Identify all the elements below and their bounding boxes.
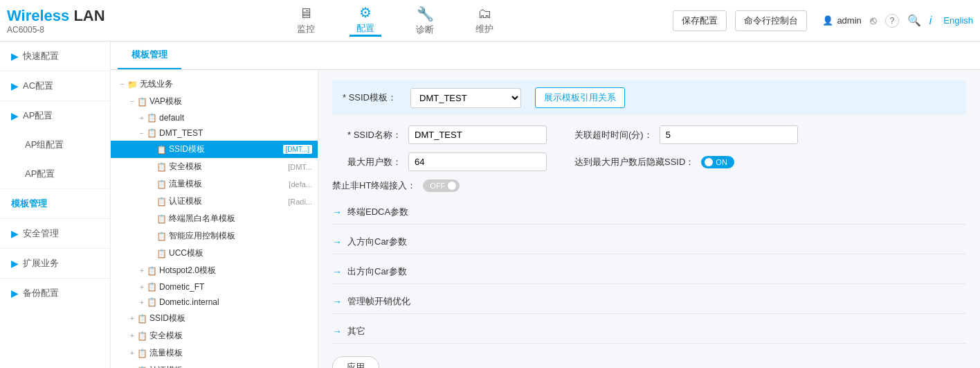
block-ht-toggle[interactable]: OFF (423, 179, 460, 192)
tree-item-auth-template[interactable]: 📋 认证模板 [Radi... (111, 193, 318, 210)
section-other[interactable]: → 其它 (332, 319, 966, 344)
ac-config-expand-icon: ▶ (11, 80, 19, 91)
tree-item-dmt-test[interactable]: − 📋 DMT_TEST (111, 125, 318, 141)
tree-item-wireless-service[interactable]: − 📁 无线业务 (111, 76, 318, 93)
nav-maintain[interactable]: 🗂 维护 (469, 6, 500, 35)
tree-item-auth-template-root[interactable]: + 📋 认证模板 (111, 362, 318, 368)
sidebar-item-ap-manage[interactable]: AP配置 (14, 159, 110, 189)
ssid-template-field-label: * SSID模板： (343, 91, 397, 104)
sidebar-extend-label: 扩展业务 (23, 257, 59, 270)
ssid-name-label: * SSID名称： (332, 129, 401, 141)
tree-item-ssid-template-root[interactable]: + 📋 SSID模板 (111, 310, 318, 327)
tree-item-smart-app[interactable]: 📋 智能应用控制模板 (111, 227, 318, 245)
vap-template-expand[interactable]: − (127, 98, 137, 105)
nav-diagnose[interactable]: 🔧 诊断 (409, 6, 441, 36)
wireless-service-expand[interactable]: − (118, 80, 127, 88)
save-config-button[interactable]: 保存配置 (673, 10, 727, 31)
smart-app-icon: 📋 (156, 231, 167, 241)
sidebar-item-ac-config[interactable]: ▶ AC配置 (0, 71, 110, 100)
sidebar-ap-group-label: AP组配置 (25, 139, 64, 151)
flow-root-expand[interactable]: + (127, 349, 137, 357)
sidebar-item-template-manage[interactable]: 模板管理 (0, 189, 110, 218)
nav-maintain-label: 维护 (475, 23, 493, 35)
nav-monitor-label: 监控 (297, 23, 315, 35)
ssid-name-input[interactable] (408, 125, 547, 144)
tree-item-hotspot[interactable]: + 📋 Hotspot2.0模板 (111, 262, 318, 279)
dometic-internal-icon: 📋 (147, 297, 157, 307)
ap-config-expand-icon: ▶ (11, 110, 19, 121)
sidebar-item-ap-config[interactable]: ▶ AP配置 (0, 101, 110, 130)
section-mgmt-frame[interactable]: → 管理帧开销优化 (332, 290, 966, 314)
smart-app-expand (147, 232, 156, 240)
sidebar-item-backup-config[interactable]: ▶ 备份配置 (0, 279, 110, 308)
nav-monitor[interactable]: 🖥 监控 (290, 6, 322, 35)
tree-item-flow-template[interactable]: 📋 流量模板 [defa... (111, 175, 318, 193)
default-expand[interactable]: + (137, 114, 147, 122)
security-root-expand[interactable]: + (127, 332, 137, 340)
hide-ssid-toggle[interactable]: ON (701, 156, 734, 168)
apply-button[interactable]: 应用 (332, 356, 379, 368)
auth-root-icon: 📋 (137, 366, 147, 369)
timeout-input[interactable] (660, 125, 798, 144)
sidebar-item-extend-service[interactable]: ▶ 扩展业务 (0, 249, 110, 278)
max-users-label: 最大用户数： (332, 156, 401, 168)
tree-item-vap-template[interactable]: − 📋 VAP模板 (111, 93, 318, 110)
inbound-car-arrow-icon: → (332, 236, 342, 247)
language-button[interactable]: English (943, 15, 973, 26)
tree-item-default[interactable]: + 📋 default (111, 110, 318, 125)
tree-item-security-template-root[interactable]: + 📋 安全模板 (111, 327, 318, 344)
sidebar-ap-manage-label: AP配置 (25, 168, 55, 180)
hotspot-icon: 📋 (147, 266, 157, 276)
info-icon[interactable]: i (929, 15, 932, 27)
ssid-template-icon: 📋 (156, 145, 167, 155)
logout-icon[interactable]: ⎋ (870, 15, 877, 27)
hotspot-expand[interactable]: + (137, 267, 147, 274)
dmt-test-expand[interactable]: − (137, 130, 147, 137)
form-header: * SSID模板： DMT_TEST 展示模板引用关系 (332, 80, 966, 115)
max-users-col: 最大用户数： (332, 152, 547, 171)
block-ht-row: 禁止非HT终端接入： OFF (332, 179, 966, 192)
cmd-console-button[interactable]: 命令行控制台 (735, 10, 807, 31)
tree-item-ucc[interactable]: 📋 UCC模板 (111, 245, 318, 262)
dmt-test-label: DMT_TEST (159, 128, 312, 138)
ap-sub-items: AP组配置 AP配置 (0, 130, 110, 189)
tree-item-dometic-ft[interactable]: + 📋 Dometic_FT (111, 279, 318, 295)
section-outbound-car[interactable]: → 出方向Car参数 (332, 260, 966, 284)
hide-ssid-label: 达到最大用户数后隐藏SSID： (574, 156, 694, 168)
section-inbound-car[interactable]: → 入方向Car参数 (332, 230, 966, 254)
tree-item-flow-template-root[interactable]: + 📋 流量模板 (111, 344, 318, 362)
app-title: Wireless LAN (7, 7, 118, 25)
section-terminal-edca[interactable]: → 终端EDCA参数 (332, 200, 966, 225)
outbound-car-arrow-icon: → (332, 266, 342, 277)
help-icon[interactable]: ? (885, 14, 899, 28)
ucc-expand (147, 249, 156, 257)
hide-ssid-col: 达到最大用户数后隐藏SSID： ON (574, 156, 734, 168)
security-template-label: 安全模板 (169, 161, 288, 173)
auth-template-expand (147, 198, 156, 205)
tree-item-ssid-template[interactable]: 📋 SSID模板 [DMT...] (111, 141, 318, 158)
dometic-internal-label: Dometic.internal (159, 297, 312, 307)
sidebar-item-security-manage[interactable]: ▶ 安全管理 (0, 219, 110, 248)
ssid-template-label: SSID模板 (169, 143, 280, 155)
tree-item-dometic-internal[interactable]: + 📋 Dometic.internal (111, 295, 318, 310)
tree-item-terminal-bw[interactable]: 📋 终端黑白名单模板 (111, 210, 318, 227)
wireless-service-folder-icon: 📁 (127, 80, 138, 89)
tree-item-security-template[interactable]: 📋 安全模板 [DMT... (111, 158, 318, 175)
max-users-input[interactable] (408, 152, 547, 171)
title-wireless: Wireless (7, 7, 69, 24)
nav-config[interactable]: ⚙ 配置 (350, 4, 381, 37)
timeout-label: 关联超时时间(分)： (574, 129, 653, 141)
sidebar-item-ap-group[interactable]: AP组配置 (14, 130, 110, 159)
dometic-ft-expand[interactable]: + (137, 283, 147, 291)
mgmt-frame-label: 管理帧开销优化 (347, 295, 410, 308)
auth-template-badge: [Radi... (288, 198, 312, 206)
ssid-name-timeout-row: * SSID名称： 关联超时时间(分)： (332, 125, 966, 144)
ssid-template-select[interactable]: DMT_TEST (410, 88, 521, 108)
sidebar-item-quick-config[interactable]: ▶ 快速配置 (0, 42, 110, 71)
dometic-internal-expand[interactable]: + (137, 299, 147, 306)
search-icon[interactable]: 🔍 (907, 14, 921, 27)
show-ref-button[interactable]: 展示模板引用关系 (535, 87, 625, 108)
config-icon: ⚙ (359, 4, 372, 21)
ssid-root-expand[interactable]: + (127, 315, 137, 322)
tab-template-manage[interactable]: 模板管理 (118, 42, 181, 69)
